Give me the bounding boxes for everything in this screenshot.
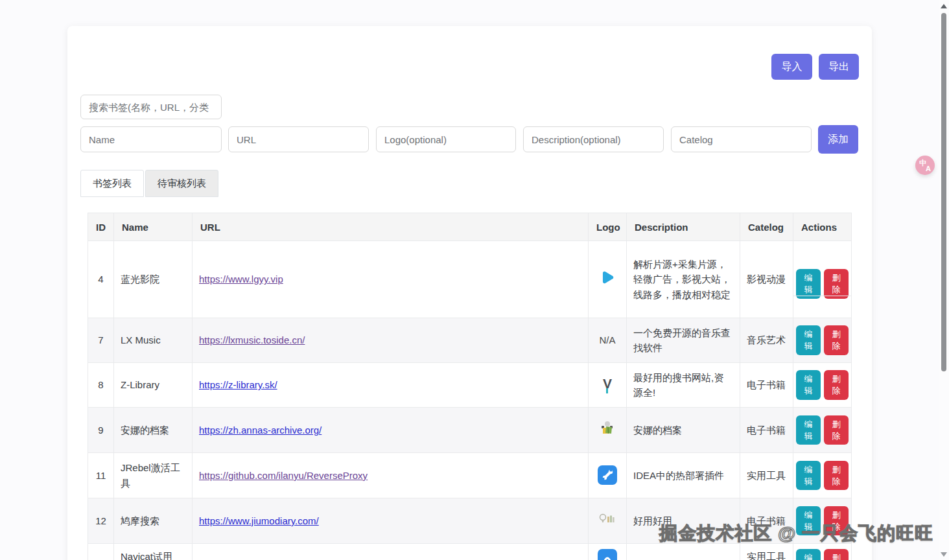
edit-button[interactable]: 编辑: [796, 370, 821, 399]
add-button[interactable]: 添加: [818, 125, 858, 154]
table-row: Navicat试用实用工具编辑删除: [88, 544, 852, 560]
logo-field[interactable]: [376, 126, 516, 152]
delete-button[interactable]: 删除: [824, 370, 849, 399]
cell-catelog: 音乐艺术: [740, 318, 793, 363]
navicat-icon: [598, 555, 617, 560]
main-card: 导入 导出 添加 书签列表 待审核列表 IDNameURLLogoDescrip…: [67, 26, 872, 560]
translate-en-glyph: A: [926, 165, 931, 172]
bookmark-link[interactable]: https://www.jiumodiary.com/: [199, 515, 319, 526]
cell-url: https://zh.annas-archive.org/: [193, 408, 589, 453]
delete-button[interactable]: 删除: [824, 461, 849, 490]
tab-bookmark-list[interactable]: 书签列表: [80, 170, 144, 197]
bookmark-table: IDNameURLLogoDescriptionCatelogActions 4…: [88, 213, 852, 560]
edit-button[interactable]: 编辑: [796, 461, 821, 490]
cell-actions: 编辑删除: [793, 241, 852, 318]
na-text: N/A: [599, 334, 615, 345]
cell-catelog: 实用工具: [740, 544, 793, 560]
cell-catelog: 实用工具: [740, 453, 793, 498]
watermark-text: 掘金技术社区 @ 一只会飞的旺旺: [659, 521, 933, 546]
cell-description: IDEA中的热部署插件: [627, 453, 740, 498]
tab-bar: 书签列表 待审核列表: [80, 170, 218, 197]
col-header-catelog: Catelog: [740, 213, 793, 241]
search-input[interactable]: [80, 95, 222, 119]
table-row: 11JRebel激活工具https://github.com/ilanyu/Re…: [88, 453, 852, 498]
cell-id: [88, 544, 114, 560]
delete-button[interactable]: 删除: [824, 415, 849, 445]
delete-button[interactable]: 删除: [824, 269, 849, 298]
cell-logo: N/A: [589, 318, 627, 363]
col-header-logo: Logo: [589, 213, 627, 241]
scroll-down-arrow-icon[interactable]: [941, 552, 947, 557]
cell-actions: 编辑删除: [793, 408, 852, 453]
cell-name: 安娜的档案: [114, 408, 193, 453]
annas-icon: [600, 426, 615, 438]
cell-description: 解析片源+采集片源，轻微广告，影视大站，线路多，播放相对稳定: [627, 241, 740, 318]
cell-description: [627, 544, 740, 560]
wrench-icon: [598, 472, 617, 483]
bookmark-link[interactable]: https://www.lgyy.vip: [199, 274, 283, 285]
actions-divider: [793, 296, 851, 296]
bookmark-link[interactable]: https://lxmusic.toside.cn/: [199, 334, 305, 345]
translate-fab[interactable]: 中 A: [915, 156, 935, 175]
bookmark-table-wrap: IDNameURLLogoDescriptionCatelogActions 4…: [88, 213, 851, 560]
delete-button[interactable]: 删除: [824, 325, 849, 355]
cell-id: 7: [88, 318, 114, 363]
cell-url: https://z-library.sk/: [193, 363, 589, 408]
name-field[interactable]: [80, 126, 222, 152]
table-row: 9安娜的档案https://zh.annas-archive.org/安娜的档案…: [88, 408, 852, 453]
bookmark-link[interactable]: https://github.com/ilanyu/ReverseProxy: [199, 470, 368, 481]
bookmark-link[interactable]: https://zh.annas-archive.org/: [199, 425, 322, 436]
col-header-name: Name: [114, 213, 193, 241]
cell-actions: 编辑删除: [793, 453, 852, 498]
cell-actions: 编辑删除: [793, 318, 852, 363]
cell-catelog: 电子书籍: [740, 363, 793, 408]
catelog-field[interactable]: [671, 126, 812, 152]
cell-id: 9: [88, 408, 114, 453]
cell-catelog: 电子书籍: [740, 408, 793, 453]
table-header-row: IDNameURLLogoDescriptionCatelogActions: [88, 213, 852, 241]
cell-actions: 编辑删除: [793, 363, 852, 408]
cell-catelog: 影视动漫: [740, 241, 793, 318]
cell-logo: [589, 408, 627, 453]
cell-name: LX Music: [114, 318, 193, 363]
page-scrollbar[interactable]: [939, 0, 949, 560]
table-row: 8Z-Libraryhttps://z-library.sk/V最好用的搜书网站…: [88, 363, 852, 408]
delete-button[interactable]: 删除: [824, 549, 849, 560]
jiumo-icon: [599, 515, 616, 526]
import-button[interactable]: 导入: [771, 54, 812, 80]
cell-url: https://www.jiumodiary.com/: [193, 498, 589, 544]
edit-button[interactable]: 编辑: [796, 415, 821, 445]
cell-actions: 编辑删除: [793, 544, 852, 560]
scroll-up-arrow-icon[interactable]: [941, 4, 947, 8]
cell-name: 鸠摩搜索: [114, 498, 193, 544]
col-header-url: URL: [193, 213, 589, 241]
cell-id: 4: [88, 241, 114, 318]
cell-description: 最好用的搜书网站,资源全!: [627, 363, 740, 408]
cell-id: 12: [88, 498, 114, 544]
cell-logo: V: [589, 363, 627, 408]
cell-logo: [589, 453, 627, 498]
zlib-icon: V: [603, 379, 612, 390]
cell-id: 11: [88, 453, 114, 498]
edit-button[interactable]: 编辑: [796, 549, 821, 560]
edit-button[interactable]: 编辑: [796, 325, 821, 355]
table-row: 7LX Musichttps://lxmusic.toside.cn/N/A一个…: [88, 318, 852, 363]
edit-button[interactable]: 编辑: [796, 269, 821, 298]
bookmark-link[interactable]: https://z-library.sk/: [199, 379, 277, 390]
export-button[interactable]: 导出: [819, 54, 859, 80]
scrollbar-thumb[interactable]: [941, 13, 946, 371]
cell-url: https://lxmusic.toside.cn/: [193, 318, 589, 363]
tab-pending-review-list[interactable]: 待审核列表: [145, 170, 218, 197]
cell-url: [193, 544, 589, 560]
play-icon: [599, 277, 616, 288]
description-field[interactable]: [523, 126, 664, 152]
cell-url: https://github.com/ilanyu/ReverseProxy: [193, 453, 589, 498]
table-row: 4蓝光影院https://www.lgyy.vip解析片源+采集片源，轻微广告，…: [88, 241, 852, 318]
url-field[interactable]: [228, 126, 369, 152]
cell-name: 蓝光影院: [114, 241, 193, 318]
cell-description: 安娜的档案: [627, 408, 740, 453]
cell-name: Navicat试用: [114, 544, 193, 560]
cell-logo: [589, 544, 627, 560]
table-body: 4蓝光影院https://www.lgyy.vip解析片源+采集片源，轻微广告，…: [88, 241, 852, 560]
col-header-id: ID: [88, 213, 114, 241]
